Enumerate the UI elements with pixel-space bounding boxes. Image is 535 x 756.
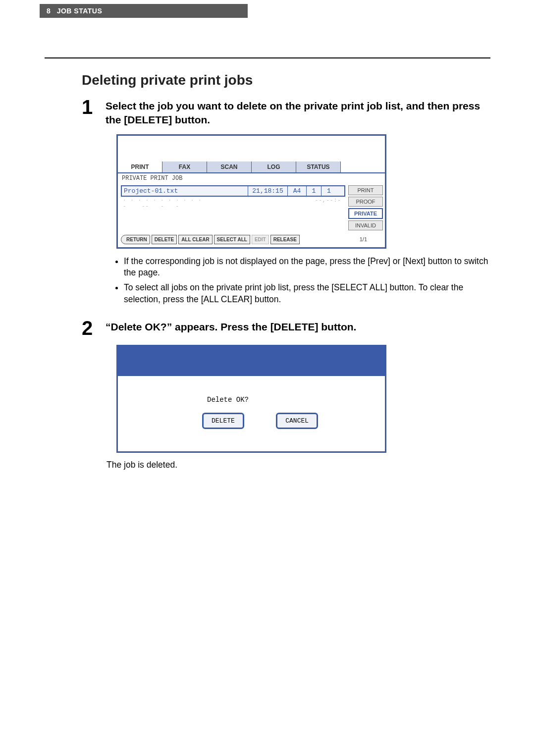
job-row-selected[interactable]: Project-01.txt 21,18:15 A4 1 1 — [121, 185, 345, 197]
tab-scan[interactable]: SCAN — [207, 162, 252, 172]
section-title: Deleting private print jobs — [82, 72, 535, 88]
delete-button[interactable]: DELETE — [152, 235, 177, 244]
cat-invalid[interactable]: INVALID — [348, 220, 383, 230]
step-1: 1 Select the job you want to delete on t… — [82, 97, 490, 127]
result-text: The job is deleted. — [107, 460, 535, 470]
chapter-header: 8 JOB STATUS — [40, 4, 248, 18]
category-buttons: PRINT PROOF PRIVATE INVALID — [348, 183, 385, 234]
dialog-header-bar — [118, 346, 385, 376]
top-rule — [45, 57, 490, 58]
list-title: PRIVATE PRINT JOB — [118, 173, 385, 183]
step-text: “Delete OK?” appears. Press the [DELETE]… — [106, 318, 356, 338]
job-paper: A4 — [288, 186, 307, 196]
tab-bar: PRINT FAX SCAN LOG STATUS — [118, 162, 385, 173]
job-status-panel: PRINT FAX SCAN LOG STATUS PRIVATE PRINT … — [116, 134, 386, 249]
tab-fax[interactable]: FAX — [162, 162, 207, 172]
note-1: If the corresponding job is not displaye… — [124, 256, 490, 279]
job-name: Project-01.txt — [122, 186, 248, 196]
chapter-title: JOB STATUS — [57, 7, 103, 15]
page-indicator: 1/1 — [360, 236, 382, 242]
tab-log[interactable]: LOG — [252, 162, 296, 172]
note-2: To select all jobs on the private print … — [124, 282, 490, 305]
step1-notes: If the corresponding job is not displaye… — [124, 256, 490, 306]
dialog-cancel-button[interactable]: CANCEL — [276, 413, 318, 429]
document-page: 8 JOB STATUS Deleting private print jobs… — [0, 4, 535, 756]
screenshot-2: Delete OK? DELETE CANCEL — [116, 345, 535, 453]
step-2: 2 “Delete OK?” appears. Press the [DELET… — [82, 318, 490, 338]
confirm-dialog: Delete OK? DELETE CANCEL — [116, 345, 386, 453]
release-button[interactable]: RELEASE — [270, 235, 300, 244]
job-time: 21,18:15 — [248, 186, 288, 196]
cat-proof[interactable]: PROOF — [348, 197, 383, 207]
dialog-buttons: DELETE CANCEL — [202, 413, 385, 429]
bottom-button-bar: RETURN DELETE ALL CLEAR SELECT ALL EDIT … — [118, 234, 385, 247]
return-button[interactable]: RETURN — [121, 235, 150, 244]
dialog-delete-button[interactable]: DELETE — [202, 413, 244, 429]
job-copies: 1 — [307, 186, 321, 196]
cat-private[interactable]: PRIVATE — [348, 208, 383, 219]
dialog-body: Delete OK? DELETE CANCEL — [118, 376, 385, 451]
step-number: 2 — [82, 318, 106, 338]
cat-print[interactable]: PRINT — [348, 185, 383, 195]
screenshot-1: PRINT FAX SCAN LOG STATUS PRIVATE PRINT … — [116, 134, 535, 249]
tab-status[interactable]: STATUS — [296, 162, 341, 172]
step-number: 1 — [82, 97, 106, 127]
job-list: Project-01.txt 21,18:15 A4 1 1 · · · · ·… — [118, 183, 348, 234]
tab-spacer — [341, 162, 385, 172]
list-area: Project-01.txt 21,18:15 A4 1 1 · · · · ·… — [118, 183, 385, 234]
job-sets: 1 — [321, 186, 336, 196]
panel-blank-header — [118, 136, 385, 162]
chapter-number: 8 — [47, 7, 51, 15]
select-all-button[interactable]: SELECT ALL — [214, 235, 250, 244]
step-text: Select the job you want to delete on the… — [106, 97, 490, 127]
ghost-row: · · · · · · · · · · · --,--:-- -- - - — [121, 197, 345, 210]
dialog-message: Delete OK? — [207, 396, 385, 404]
edit-button[interactable]: EDIT — [252, 235, 269, 244]
tab-print[interactable]: PRINT — [118, 162, 162, 172]
all-clear-button[interactable]: ALL CLEAR — [178, 235, 212, 244]
